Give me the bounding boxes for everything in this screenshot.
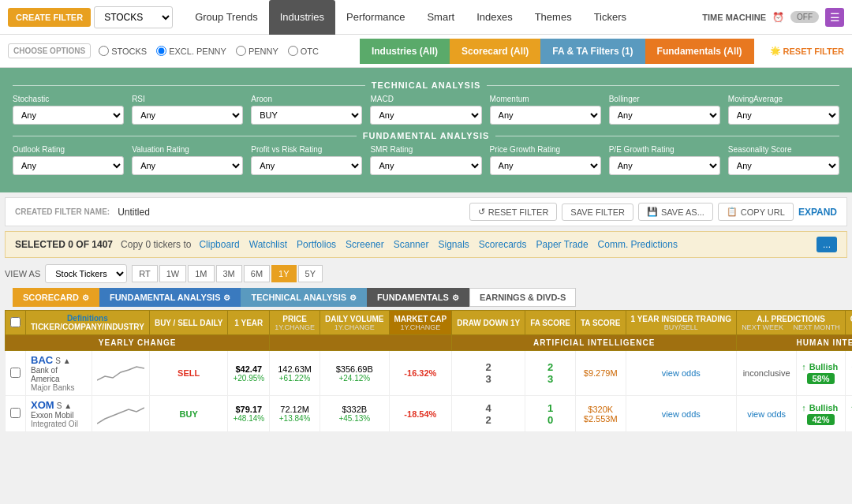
period-1w[interactable]: 1W bbox=[159, 265, 187, 282]
ai-week-link-xom[interactable]: view odds bbox=[662, 409, 701, 419]
period-1y[interactable]: 1Y bbox=[271, 265, 296, 282]
expand-button[interactable]: EXPAND bbox=[798, 207, 837, 218]
price-bac: $42.47 +20.95% bbox=[228, 351, 270, 396]
row-checkbox-bac[interactable] bbox=[6, 351, 26, 396]
bollinger-select[interactable]: Any bbox=[609, 106, 720, 125]
price-change-xom: +48.14% bbox=[233, 414, 264, 423]
volume-change-bac: +61.22% bbox=[275, 374, 315, 383]
tab-fundamental-analysis[interactable]: FUNDAMENTAL ANALYSIS ⚙ bbox=[99, 288, 241, 307]
ai-week-link-bac[interactable]: view odds bbox=[662, 368, 701, 378]
stochastic-label: Stochastic bbox=[13, 95, 124, 103]
copy-portfolios[interactable]: Portfolios bbox=[297, 239, 336, 250]
view-as-select[interactable]: Stock Tickers bbox=[45, 264, 127, 283]
radio-penny[interactable]: PENNY bbox=[236, 46, 278, 56]
reset-filter-button[interactable]: ↺ RESET FILTER bbox=[469, 203, 558, 221]
moving-average-select[interactable]: Any bbox=[728, 106, 839, 125]
tab-industries[interactable]: Industries (All) bbox=[360, 39, 450, 64]
ai-next-week-bac[interactable]: view odds bbox=[626, 351, 737, 396]
nav-performance[interactable]: Performance bbox=[335, 0, 416, 35]
definitions-link[interactable]: Definitions bbox=[31, 314, 144, 323]
tab-fundamentals-view[interactable]: FUNDAMENTALS ⚙ bbox=[367, 288, 469, 307]
nav-indexes[interactable]: Indexes bbox=[465, 0, 524, 35]
ai-month-link-xom[interactable]: view odds bbox=[747, 409, 786, 419]
th-ai-label: ARTIFICIAL INTELLIGENCE bbox=[452, 335, 737, 351]
copy-screener[interactable]: Screener bbox=[346, 239, 384, 250]
profit-risk-select[interactable]: Any bbox=[251, 156, 362, 175]
copy-scorecards[interactable]: Scorecards bbox=[479, 239, 527, 250]
copy-scanner[interactable]: Scanner bbox=[394, 239, 429, 250]
ai-next-month-xom[interactable]: view odds bbox=[737, 396, 797, 432]
rsi-select[interactable]: Any bbox=[132, 106, 243, 125]
time-machine-toggle[interactable]: OFF bbox=[790, 11, 819, 23]
smr-select[interactable]: Any bbox=[370, 156, 481, 175]
tab-fa-ta[interactable]: FA & TA Filters (1) bbox=[540, 39, 645, 64]
radio-excl-penny[interactable]: EXCL. PENNY bbox=[156, 46, 226, 56]
tab-fundamentals[interactable]: Fundamentals (All) bbox=[645, 39, 754, 64]
copy-url-button[interactable]: 📋 COPY URL bbox=[718, 203, 794, 221]
aroon-select[interactable]: BUY bbox=[251, 106, 362, 125]
time-machine-area: TIME MACHINE ⏰ OFF ☰ bbox=[702, 8, 844, 27]
valuation-select[interactable]: Any bbox=[132, 156, 243, 175]
copy-comm-predictions[interactable]: Comm. Predictions bbox=[598, 239, 678, 250]
market-cap-xom: $332B +45.13% bbox=[320, 396, 389, 432]
purple-menu-button[interactable]: ☰ bbox=[825, 8, 844, 27]
pe-growth-select[interactable]: Any bbox=[609, 156, 720, 175]
create-filter-button[interactable]: CREATE FILTER bbox=[8, 8, 91, 27]
comm-next-month-bac: → Sideways 48% bbox=[845, 351, 852, 396]
view-as-bar: VIEW AS Stock Tickers RT 1W 1M 3M 6M 1Y … bbox=[5, 261, 847, 310]
nav-group-trends[interactable]: Group Trends bbox=[184, 0, 269, 35]
tab-technical-analysis[interactable]: TECHNICAL ANALYSIS ⚙ bbox=[241, 288, 367, 307]
table-row: XOM S ▲ Exxon Mobil Integrated Oil BUY $… bbox=[6, 396, 853, 432]
price-growth-select[interactable]: Any bbox=[490, 156, 601, 175]
macd-select[interactable]: Any bbox=[370, 106, 481, 125]
radio-stocks[interactable]: STOCKS bbox=[99, 46, 147, 56]
stochastic-select[interactable]: Any bbox=[13, 106, 124, 125]
ticker-symbol-bac[interactable]: BAC bbox=[31, 354, 53, 366]
selected-bar: SELECTED 0 OF 1407 Copy 0 tickers to Cli… bbox=[5, 231, 847, 258]
moving-average-col: MovingAverage Any bbox=[728, 95, 839, 125]
period-5y[interactable]: 5Y bbox=[298, 265, 323, 282]
daily-volume-xom: 72.12M +13.84% bbox=[270, 396, 320, 432]
period-3m[interactable]: 3M bbox=[216, 265, 242, 282]
seasonality-select[interactable]: Any bbox=[728, 156, 839, 175]
comm-week-label-xom: Bullish bbox=[809, 403, 839, 413]
radio-group: STOCKS EXCL. PENNY PENNY OTC bbox=[99, 46, 319, 56]
period-1m[interactable]: 1M bbox=[188, 265, 214, 282]
fa-score-bac: 2 3 bbox=[452, 351, 525, 396]
outlook-select[interactable]: Any bbox=[13, 156, 124, 175]
save-filter-button[interactable]: SAVE FILTER bbox=[562, 203, 633, 221]
stocks-select[interactable]: STOCKS bbox=[94, 6, 173, 28]
reset-filter-top[interactable]: 🌟 RESET FILTER bbox=[770, 46, 844, 56]
filter-panel: TECHNICAL ANALYSIS Stochastic Any RSI An… bbox=[0, 68, 852, 192]
save-as-button[interactable]: 💾 SAVE AS... bbox=[638, 203, 713, 221]
copy-paper-trade[interactable]: Paper Trade bbox=[536, 239, 589, 250]
radio-otc[interactable]: OTC bbox=[288, 46, 319, 56]
time-machine-icon: ⏰ bbox=[772, 12, 784, 23]
comm-week-label-bac: Bullish bbox=[809, 362, 839, 371]
mktcap-change-bac: +24.12% bbox=[325, 374, 383, 383]
copy-clipboard[interactable]: Clipboard bbox=[199, 239, 239, 250]
period-rt[interactable]: RT bbox=[132, 265, 157, 282]
more-button[interactable]: ... bbox=[816, 237, 837, 252]
nav-smart[interactable]: Smart bbox=[416, 0, 465, 35]
tab-scorecard[interactable]: Scorecard (All) bbox=[450, 39, 540, 64]
th-ai-predictions: A.I. PREDICTIONS NEXT WEEK NEXT MONTH bbox=[737, 311, 846, 335]
ai-next-month-bac: inconclusive bbox=[737, 351, 797, 396]
tab-scorecard-analysis[interactable]: SCORECARD ⚙ bbox=[13, 288, 99, 307]
aroon-label: Aroon bbox=[251, 95, 362, 103]
comm-week-arrow-bac: ↑ bbox=[802, 362, 806, 371]
copy-watchlist[interactable]: Watchlist bbox=[249, 239, 287, 250]
ticker-symbol-xom[interactable]: XOM bbox=[31, 399, 54, 411]
tab-earnings-divs[interactable]: EARNINGS & DIVD-S bbox=[469, 288, 576, 307]
period-6m[interactable]: 6M bbox=[244, 265, 270, 282]
select-all-checkbox[interactable] bbox=[10, 317, 21, 327]
copy-signals[interactable]: Signals bbox=[438, 239, 469, 250]
drawdown-xom: -18.54% bbox=[389, 396, 452, 432]
ai-next-week-xom[interactable]: view odds bbox=[626, 396, 737, 432]
row-checkbox-xom[interactable] bbox=[6, 396, 26, 432]
fa-score-top-bac: 2 bbox=[457, 361, 520, 373]
momentum-select[interactable]: Any bbox=[490, 106, 601, 125]
nav-themes[interactable]: Themes bbox=[524, 0, 583, 35]
nav-tickers[interactable]: Tickers bbox=[583, 0, 637, 35]
nav-industries[interactable]: Industries bbox=[269, 0, 335, 35]
